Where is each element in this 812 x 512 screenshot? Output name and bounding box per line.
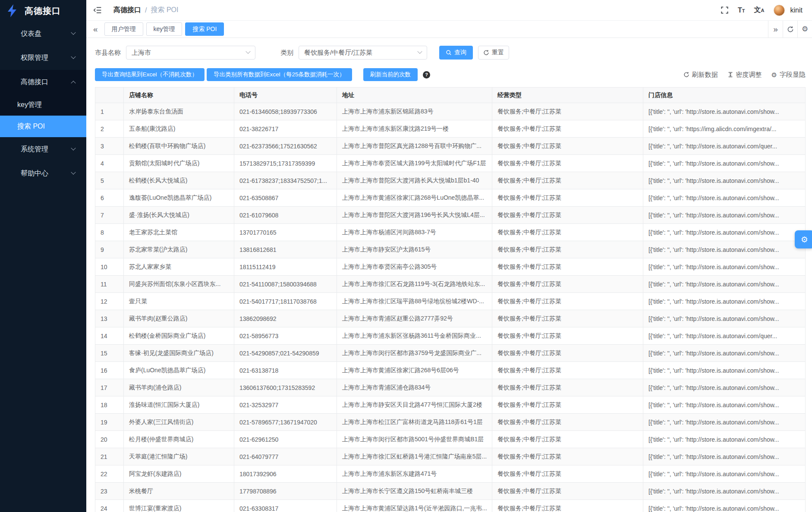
cell-phone: 15713829715;17317359399 — [234, 155, 337, 172]
cell-shop-name: 世博江宴(董家渡店) — [124, 500, 234, 512]
poi-table: 店铺名称 电话号 地址 经营类型 门店信息 1 水岸扬泰东台鱼汤面 021-61… — [95, 87, 806, 512]
category-select[interactable]: 餐饮服务/中餐厅/江苏菜 — [299, 46, 427, 60]
cell-phone: 021-63308317 — [234, 500, 337, 512]
chevron-up-icon — [71, 81, 76, 85]
sidebar-item-key-management[interactable]: key管理 — [0, 94, 86, 116]
cell-business-type: 餐饮服务;中餐厅;江苏菜 — [492, 224, 643, 241]
cell-index: 24 — [95, 500, 124, 512]
username[interactable]: kinit — [790, 6, 803, 14]
chevron-down-icon — [71, 146, 76, 151]
cell-phone: 021-54290857;021-54290859 — [234, 345, 337, 362]
cell-index: 4 — [95, 155, 124, 172]
col-shop-name: 店铺名称 — [124, 88, 234, 103]
floating-settings-gear-icon[interactable]: ⚙ — [795, 230, 812, 248]
cell-store-info: [{'title': '', 'url': 'http://store.is.a… — [643, 241, 806, 258]
sidebar-item-permissions[interactable]: 权限管理 — [0, 46, 86, 70]
cell-phone: 021-64079777 — [234, 448, 337, 465]
cell-phone: 021-62373566;17521630562 — [234, 138, 337, 155]
table-row: 5 松鹤楼(长风大悦城店) 021-61738237;18334752507;1… — [95, 172, 806, 189]
reset-button[interactable]: 重置 — [478, 46, 509, 60]
query-button[interactable]: 查询 — [439, 46, 473, 60]
collapse-sidebar-icon[interactable] — [93, 6, 102, 15]
cell-shop-name: 盛·淮扬(长风大悦城店) — [124, 207, 234, 224]
cell-index: 22 — [95, 465, 124, 483]
cell-shop-name: 老王家苏北土菜馆 — [124, 224, 234, 241]
cell-index: 13 — [95, 310, 124, 327]
refresh-data-button[interactable]: 刷新数据 — [683, 71, 718, 79]
language-icon[interactable]: 文A — [754, 6, 765, 15]
cell-shop-name: 淮扬味道(恒汇国际大厦店) — [124, 396, 234, 414]
sidebar-item-gaode-api[interactable]: 高德接口 — [0, 70, 86, 94]
cell-index: 11 — [95, 276, 124, 293]
cell-business-type: 餐饮服务;中餐厅;江苏菜 — [492, 431, 643, 448]
page-settings-gear-icon[interactable]: ⚙ — [797, 21, 812, 38]
sidebar-item-help[interactable]: 帮助中心 — [0, 161, 86, 185]
export-query-results-button[interactable]: 导出查询结果到Excel（不消耗次数） — [95, 68, 205, 81]
chevron-down-icon — [71, 170, 76, 175]
cell-store-info: [{'title': '', 'url': 'http://store.is.a… — [643, 207, 806, 224]
table-row: 23 米桃餐厅 17798708896 上海市上海市长宁区遵义路150号虹桥南丰… — [95, 483, 806, 500]
cell-address: 上海市上海市浦东新区康沈路219号一楼 — [337, 120, 492, 138]
cell-shop-name: 壹只菜 — [124, 293, 234, 310]
cell-address: 上海市上海市徐汇区石龙路119号-3(石龙路地铁站东... — [337, 276, 492, 293]
cell-business-type: 餐饮服务;中餐厅;江苏菜 — [492, 414, 643, 431]
col-address: 地址 — [337, 88, 492, 103]
table-row: 2 五条船(康沈路店) 021-38226717 上海市上海市浦东新区康沈路21… — [95, 120, 806, 138]
table-row: 20 松月楼(仲盛世界商城店) 021-62961250 上海市上海市闵行区都市… — [95, 431, 806, 448]
tab-user-management[interactable]: 用户管理 — [104, 22, 143, 36]
tab-key-management[interactable]: key管理 — [146, 22, 183, 36]
cell-index: 9 — [95, 241, 124, 258]
cell-store-info: [{'title': '', 'url': 'http://store.is.a… — [643, 448, 806, 465]
cell-address: 上海市上海市普陀区大渡河路长风大悦城b1层b1-40 — [337, 172, 492, 189]
sidebar-item-dashboard[interactable]: 仪表盘 — [0, 22, 86, 46]
cell-business-type: 餐饮服务;中餐厅;江苏菜 — [492, 293, 643, 310]
cell-index: 1 — [95, 103, 124, 120]
cell-shop-name: 苏北家常菜(沪太路店) — [124, 241, 234, 258]
cell-business-type: 餐饮服务;中餐厅;江苏菜 — [492, 120, 643, 138]
cell-shop-name: 同盛兴苏州面馆(东泉小区西块东... — [124, 276, 234, 293]
user-avatar[interactable] — [774, 5, 785, 16]
export-all-data-button[interactable]: 导出类别所有数据到Excel（每25条数据消耗一次） — [207, 68, 352, 81]
cell-shop-name: 客缘·初见(龙盛国际商业广场店) — [124, 345, 234, 362]
table-row: 9 苏北家常菜(沪太路店) 13816812681 上海市上海市静安区沪太路61… — [95, 241, 806, 258]
table-row: 13 藏书羊肉(赵重公路店) 13862098692 上海市上海市青浦区赵重公路… — [95, 310, 806, 327]
cell-phone: 13862098692 — [234, 310, 337, 327]
cell-index: 20 — [95, 431, 124, 448]
cell-store-info: [{'title': '', 'url': 'http://store.is.a… — [643, 500, 806, 512]
cell-business-type: 餐饮服务;中餐厅;江苏菜 — [492, 258, 643, 276]
navbar-actions: TT 文A kinit — [721, 5, 803, 16]
cell-shop-name: 苏北人家家乡菜 — [124, 258, 234, 276]
city-select[interactable]: 上海市 — [126, 46, 255, 60]
cell-index: 12 — [95, 293, 124, 310]
search-icon — [446, 50, 452, 56]
table-row: 19 外婆人家(三江风情街店) 021-57896577;13671947020… — [95, 414, 806, 431]
fullscreen-icon[interactable] — [721, 6, 729, 14]
cell-business-type: 餐饮服务;中餐厅;江苏菜 — [492, 448, 643, 465]
refresh-page-icon[interactable] — [783, 21, 797, 38]
chevron-down-icon — [245, 49, 250, 54]
breadcrumb-root[interactable]: 高德接口 — [113, 6, 141, 15]
help-icon[interactable]: ? — [423, 71, 430, 79]
cell-address: 上海市上海市静安区天目北路477号恒汇国际大厦2楼 — [337, 396, 492, 414]
refresh-count-button[interactable]: 刷新当前的次数 — [363, 68, 418, 81]
tab-search-poi[interactable]: 搜索 POI — [185, 22, 224, 36]
cell-address: 上海市上海市浦东新区锦延路83号 — [337, 103, 492, 120]
tabbar-tools: » ⚙ — [768, 21, 812, 38]
cell-shop-name: 食庐(LuOne凯德晶萃广场店) — [124, 362, 234, 379]
cell-shop-name: 松鹤楼(长风大悦城店) — [124, 172, 234, 189]
scroll-tabs-right-icon[interactable]: » — [768, 21, 783, 38]
cell-store-info: [{'title': '', 'url': 'http://store.is.a… — [643, 276, 806, 293]
action-row: 导出查询结果到Excel（不消耗次数） 导出类别所有数据到Excel（每25条数… — [95, 68, 806, 81]
sidebar-item-system[interactable]: 系统管理 — [0, 137, 86, 161]
sidebar-item-search-poi[interactable]: 搜索 POI — [0, 116, 86, 137]
font-size-icon[interactable]: TT — [738, 6, 745, 14]
density-adjust-button[interactable]: 密度调整 — [727, 71, 762, 79]
cell-shop-name: 松鹤楼(百联中环购物广场店) — [124, 138, 234, 155]
cell-phone: 021-62961250 — [234, 431, 337, 448]
col-index — [95, 88, 124, 103]
breadcrumb-current: 搜索 POI — [151, 6, 178, 15]
field-visibility-button[interactable]: ⚙ 字段显隐 — [771, 71, 806, 79]
scroll-tabs-left-icon[interactable]: « — [93, 25, 98, 33]
cell-phone: 021-61079608 — [234, 207, 337, 224]
cell-store-info: [{'title': '', 'url': 'http://store.is.a… — [643, 189, 806, 207]
